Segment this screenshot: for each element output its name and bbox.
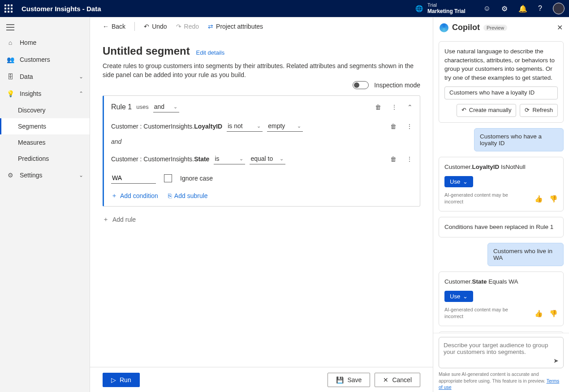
logic-select[interactable]: and ⌄ <box>153 101 179 112</box>
sidebar-item-predictions[interactable]: Predictions <box>0 151 90 167</box>
save-label: Save <box>347 376 362 383</box>
redo-button[interactable]: ↷ Redo <box>172 20 203 33</box>
insights-icon: 💡 <box>6 90 14 98</box>
project-label: Project attributes <box>216 23 263 30</box>
sidebar: ⌂ Home 👥 Customers 🗄 Data ⌄ 💡 Insights ⌃… <box>0 17 90 392</box>
thumbs-up-icon[interactable]: 👍 <box>535 309 543 319</box>
customers-icon: 👥 <box>6 56 14 64</box>
smile-icon[interactable]: ☺ <box>483 4 491 13</box>
value-select[interactable]: empty⌄ <box>267 121 303 132</box>
page-subtitle: Create rules to group customers into seg… <box>103 62 416 79</box>
add-subrule-button[interactable]: ⎘ Add subrule <box>168 192 208 200</box>
save-button[interactable]: 💾 Save <box>328 373 370 387</box>
operator-select[interactable]: is⌄ <box>214 153 245 164</box>
value-input[interactable] <box>111 172 156 184</box>
sidebar-item-discovery[interactable]: Discovery <box>0 102 90 118</box>
delete-rule-icon[interactable]: 🗑 <box>375 103 381 111</box>
close-icon[interactable]: ✕ <box>557 23 563 32</box>
back-button[interactable]: ← Back <box>99 20 129 33</box>
value-select[interactable]: equal to⌄ <box>250 153 285 164</box>
chevron-down-icon: ⌄ <box>173 104 177 110</box>
copilot-intro-card: Use natural language to describe the cha… <box>439 41 564 123</box>
avatar[interactable] <box>553 3 565 14</box>
help-icon[interactable]: ? <box>538 4 542 13</box>
sidebar-item-settings[interactable]: ⚙ Settings ⌄ <box>0 167 90 184</box>
attribute-label: Customer : CustomerInsights.State <box>111 155 209 163</box>
chevron-down-icon: ⌄ <box>257 123 261 129</box>
page-title: Untitled segment <box>103 45 190 57</box>
undo-icon: ↶ <box>144 23 149 30</box>
use-button[interactable]: Use ⌄ <box>444 176 473 187</box>
create-manually-button[interactable]: ↶ Create manually <box>457 104 517 117</box>
thumbs-up-icon[interactable]: 👍 <box>535 194 543 204</box>
refresh-button[interactable]: ⟳ Refresh <box>520 104 558 117</box>
chevron-down-icon: ⌄ <box>280 156 284 162</box>
more-icon[interactable]: ⋮ <box>406 123 413 130</box>
bell-icon[interactable]: 🔔 <box>518 4 527 13</box>
plus-icon: ＋ <box>111 192 117 200</box>
rule-name: Rule 1 <box>111 103 132 111</box>
thumbs-down-icon[interactable]: 👎 <box>549 194 558 204</box>
sidebar-item-data[interactable]: 🗄 Data ⌄ <box>0 68 90 85</box>
footer-disclaimer: Make sure AI-generated content is accura… <box>439 371 564 390</box>
and-label: and <box>111 138 413 145</box>
delete-condition-icon[interactable]: 🗑 <box>390 155 397 163</box>
sidebar-item-label: Insights <box>20 90 41 97</box>
condition-row: Customer : CustomerInsights.LoyaltyID is… <box>111 121 413 132</box>
use-label: Use <box>450 178 460 185</box>
chevron-up-icon: ⌃ <box>79 90 83 97</box>
sidebar-item-measures[interactable]: Measures <box>0 134 90 151</box>
prompt-input[interactable]: Describe your target audience to group y… <box>439 337 564 368</box>
send-icon[interactable]: ➤ <box>553 357 559 364</box>
suggestion-pill[interactable]: Customers who have a loyalty ID <box>444 86 558 99</box>
run-button[interactable]: ▷ Run <box>103 373 140 387</box>
undo-button[interactable]: ↶ Undo <box>140 20 170 33</box>
globe-icon[interactable]: 🌐 <box>415 5 423 12</box>
use-button[interactable]: Use ⌄ <box>444 291 473 302</box>
collapse-icon[interactable]: ⌃ <box>407 103 413 111</box>
sidebar-item-customers[interactable]: 👥 Customers <box>0 51 90 68</box>
copilot-icon <box>440 23 448 32</box>
top-bar: Customer Insights - Data 🌐 Trial Marketi… <box>0 0 569 17</box>
user-message: Customers who have a loyalty ID <box>474 128 564 151</box>
sidebar-item-insights[interactable]: 💡 Insights ⌃ <box>0 85 90 102</box>
redo-label: Redo <box>184 23 199 30</box>
gear-icon[interactable]: ⚙ <box>501 4 508 13</box>
preview-badge: Preview <box>483 25 507 31</box>
condition-row: Customer : CustomerInsights.State is⌄ eq… <box>111 153 413 164</box>
hamburger-icon[interactable] <box>0 21 90 34</box>
attribute-label: Customer : CustomerInsights.LoyaltyID <box>111 123 222 130</box>
delete-condition-icon[interactable]: 🗑 <box>390 123 397 130</box>
ignore-case-checkbox[interactable] <box>164 174 172 182</box>
cancel-label: Cancel <box>392 376 412 383</box>
ai-disclaimer: AI-generated content may be incorrect <box>444 192 528 206</box>
add-condition-button[interactable]: ＋ Add condition <box>111 192 158 200</box>
cancel-button[interactable]: ✕ Cancel <box>375 373 420 387</box>
copilot-panel: Copilot Preview ✕ Use natural language t… <box>433 17 569 392</box>
home-icon: ⌂ <box>6 39 14 47</box>
brand-title: Customer Insights - Data <box>22 5 101 13</box>
ai-disclaimer: AI-generated content may be incorrect <box>444 306 528 321</box>
status-card: Conditions have been replaced in Rule 1 <box>439 217 564 237</box>
app-launcher-icon[interactable] <box>4 4 13 13</box>
thumbs-down-icon[interactable]: 👎 <box>549 309 558 319</box>
more-icon[interactable]: ⋮ <box>406 155 413 163</box>
environment-picker[interactable]: Trial Marketing Trial <box>427 2 466 15</box>
response-expression: Customer.LoyaltyID IsNotNull <box>444 163 558 172</box>
redo-icon: ↷ <box>176 23 181 30</box>
toolbar: ← Back ↶ Undo ↷ Redo ⇄ Project attribute… <box>90 17 433 35</box>
sidebar-item-segments[interactable]: Segments <box>0 118 90 134</box>
plus-icon: ＋ <box>103 215 109 224</box>
inspection-label: Inspection mode <box>374 82 420 89</box>
more-icon[interactable]: ⋮ <box>391 103 397 111</box>
close-icon: ✕ <box>383 376 388 383</box>
edit-details-link[interactable]: Edit details <box>196 49 225 56</box>
add-rule-button[interactable]: ＋ Add rule <box>103 215 420 224</box>
copilot-title: Copilot <box>452 23 480 32</box>
inspection-toggle[interactable] <box>353 81 369 89</box>
sidebar-item-home[interactable]: ⌂ Home <box>0 34 90 51</box>
response-expression: Customer.State Equals WA <box>444 277 558 286</box>
project-attributes-button[interactable]: ⇄ Project attributes <box>204 20 267 33</box>
back-label: Back <box>112 23 125 30</box>
operator-select[interactable]: is not⌄ <box>227 121 263 132</box>
